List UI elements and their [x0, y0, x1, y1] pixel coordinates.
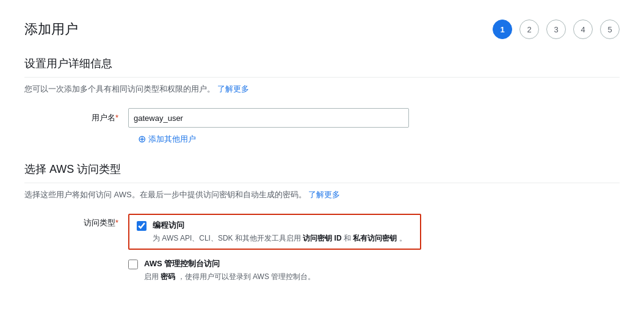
step-4[interactable]: 4: [573, 20, 593, 39]
programmatic-option-content: 编程访问 为 AWS API、CLI、SDK 和其他开发工具启用 访问密钥 ID…: [153, 220, 407, 244]
section1-desc: 您可以一次添加多个具有相同访问类型和权限的用户。 了解更多: [24, 84, 620, 95]
username-label: 用户名*: [24, 112, 128, 123]
access-type-section: 选择 AWS 访问类型 选择这些用户将如何访问 AWS。在最后一步中提供访问密钥…: [24, 162, 620, 291]
console-access-option: AWS 管理控制台访问 启用 密码 ，使得用户可以登录到 AWS 管理控制台。: [128, 257, 421, 283]
section2-title: 选择 AWS 访问类型: [24, 162, 620, 183]
section1-learn-more-link[interactable]: 了解更多: [217, 84, 249, 93]
add-user-row: ⊕ 添加其他用户: [138, 134, 620, 145]
console-option-content: AWS 管理控制台访问 启用 密码 ，使得用户可以登录到 AWS 管理控制台。: [144, 258, 315, 282]
access-type-row: 访问类型* 编程访问 为 AWS API、CLI、SDK 和其他开发工具启用 访…: [24, 214, 620, 291]
page-header: 添加用户 1 2 3 4 5: [24, 20, 620, 39]
section1-title: 设置用户详细信息: [24, 56, 620, 78]
step-5[interactable]: 5: [600, 20, 620, 39]
programmatic-access-option: 编程访问 为 AWS API、CLI、SDK 和其他开发工具启用 访问密钥 ID…: [128, 214, 421, 250]
user-details-section: 设置用户详细信息 您可以一次添加多个具有相同访问类型和权限的用户。 了解更多 用…: [24, 56, 620, 145]
console-checkbox-wrap[interactable]: [128, 260, 138, 271]
console-option-title: AWS 管理控制台访问: [144, 258, 315, 269]
programmatic-checkbox-wrap[interactable]: [137, 221, 147, 233]
access-type-label: 访问类型*: [24, 214, 128, 228]
console-checkbox[interactable]: [128, 260, 138, 269]
programmatic-option-desc: 为 AWS API、CLI、SDK 和其他开发工具启用 访问密钥 ID 和 私有…: [153, 233, 407, 244]
username-input[interactable]: [128, 108, 409, 128]
page-title: 添加用户: [24, 20, 78, 38]
step-2[interactable]: 2: [519, 20, 539, 39]
step-3[interactable]: 3: [546, 20, 566, 39]
programmatic-option-title: 编程访问: [153, 220, 407, 231]
step-1[interactable]: 1: [493, 20, 512, 39]
console-option-desc: 启用 密码 ，使得用户可以登录到 AWS 管理控制台。: [144, 271, 315, 282]
access-options: 编程访问 为 AWS API、CLI、SDK 和其他开发工具启用 访问密钥 ID…: [128, 214, 421, 291]
programmatic-checkbox[interactable]: [137, 221, 147, 231]
plus-icon: ⊕: [138, 134, 146, 144]
section2-desc: 选择这些用户将如何访问 AWS。在最后一步中提供访问密钥和自动生成的密码。 了解…: [24, 189, 620, 200]
section2-learn-more-link[interactable]: 了解更多: [308, 190, 340, 199]
username-row: 用户名*: [24, 108, 620, 128]
stepper: 1 2 3 4 5: [493, 20, 620, 39]
add-user-link[interactable]: ⊕ 添加其他用户: [138, 134, 196, 145]
